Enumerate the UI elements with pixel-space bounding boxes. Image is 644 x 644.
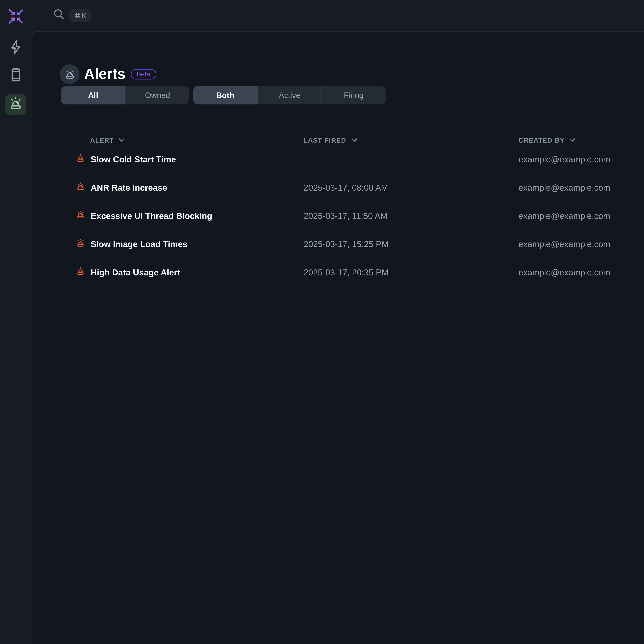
filter-bar: All Owned Both Active Firing — [61, 86, 385, 104]
alert-name: Slow Image Load Times — [91, 239, 187, 249]
filter-active[interactable]: Active — [257, 86, 321, 104]
chevron-down-icon — [350, 137, 358, 143]
sidebar-item-performance[interactable] — [5, 38, 26, 59]
table-header: ALERT LAST FIRED CREATED BY STATUS — [32, 135, 644, 145]
page-title: Alerts — [84, 66, 125, 83]
chevron-down-icon — [118, 137, 126, 143]
created-by-cell: example@example.com — [519, 268, 644, 277]
app-window: ⌘K — [0, 0, 644, 644]
sidebar-item-devices[interactable] — [5, 66, 26, 87]
created-by-cell: example@example.com — [519, 211, 644, 221]
last-fired-cell: — — [304, 154, 518, 164]
filter-all[interactable]: All — [61, 86, 125, 104]
table-row[interactable]: ANR Rate Increase 2025-03-17, 08:00 AM e… — [32, 173, 644, 202]
sidebar-item-alerts[interactable] — [5, 94, 26, 115]
column-header-created-by[interactable]: CREATED BY — [519, 136, 644, 144]
siren-icon — [76, 181, 86, 194]
status-filter: Both Active Firing — [193, 86, 385, 104]
chevron-down-icon — [569, 137, 577, 143]
device-icon — [8, 67, 24, 85]
sidebar — [0, 0, 32, 644]
created-by-cell: example@example.com — [519, 154, 644, 164]
table-row[interactable]: High Data Usage Alert 2025-03-17, 20:35 … — [32, 258, 644, 286]
filter-owned[interactable]: Owned — [125, 86, 189, 104]
zap-icon — [8, 39, 24, 58]
main-content: Alerts Beta All Owned Both Active Firing… — [32, 31, 644, 644]
embrace-logo[interactable] — [6, 7, 26, 26]
last-fired-cell: 2025-03-17, 11:50 AM — [304, 211, 518, 221]
last-fired-cell: 2025-03-17, 15:25 PM — [304, 239, 518, 249]
alerts-table: Slow Cold Start Time — example@example.c… — [32, 145, 644, 287]
alert-name: High Data Usage Alert — [91, 268, 180, 277]
search-control[interactable]: ⌘K — [53, 9, 91, 22]
created-by-cell: example@example.com — [519, 239, 644, 249]
topbar: ⌘K — [32, 0, 644, 31]
filter-both[interactable]: Both — [193, 86, 257, 104]
beta-badge: Beta — [131, 69, 156, 79]
alert-name: ANR Rate Increase — [91, 183, 167, 193]
ownership-filter: All Owned — [61, 86, 189, 104]
page-siren-icon — [60, 64, 79, 84]
table-row[interactable]: Excessive UI Thread Blocking 2025-03-17,… — [32, 202, 644, 230]
last-fired-cell: 2025-03-17, 20:35 PM — [304, 268, 518, 277]
last-fired-cell: 2025-03-17, 08:00 AM — [304, 183, 518, 193]
siren-icon — [8, 95, 24, 114]
table-row[interactable]: Slow Image Load Times 2025-03-17, 15:25 … — [32, 230, 644, 258]
siren-icon — [76, 266, 86, 279]
table-row[interactable]: Slow Cold Start Time — example@example.c… — [32, 145, 644, 173]
search-icon — [53, 9, 64, 22]
search-shortcut-kbd: ⌘K — [70, 9, 91, 22]
column-header-last-fired[interactable]: LAST FIRED — [304, 136, 518, 144]
siren-icon — [76, 153, 86, 166]
column-header-alert[interactable]: ALERT — [76, 136, 304, 144]
filter-firing[interactable]: Firing — [321, 86, 385, 104]
created-by-cell: example@example.com — [519, 183, 644, 193]
alert-name: Excessive UI Thread Blocking — [91, 211, 212, 221]
alert-name: Slow Cold Start Time — [91, 154, 176, 164]
siren-icon — [76, 238, 86, 250]
siren-icon — [76, 210, 86, 222]
sidebar-divider — [5, 122, 27, 122]
